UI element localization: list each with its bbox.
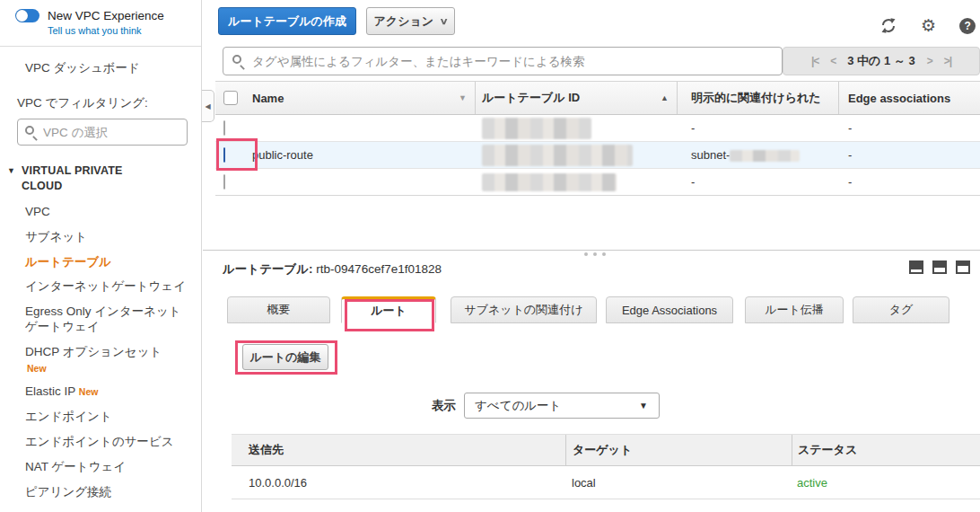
prev-page-button[interactable]: <: [830, 55, 836, 67]
status-badge: active: [792, 476, 980, 490]
sidebar-item-route-tables[interactable]: ルートテーブル: [25, 255, 191, 270]
filter-search-input[interactable]: [252, 48, 773, 75]
detail-title-value: rtb-09476cef7e1f01828: [316, 262, 442, 276]
chevron-down-icon: ▼: [7, 166, 15, 194]
column-header-status: ステータス: [792, 435, 980, 465]
cell-name: public-route: [249, 148, 476, 162]
sidebar-item-endpoint-services[interactable]: エンドポイントのサービス: [25, 435, 191, 450]
toolbar-icons: ⚙ ?: [879, 17, 976, 34]
view-filter-dropdown[interactable]: すべてのルート ▼: [464, 393, 660, 419]
tab-subnet-associations[interactable]: サブネットの関連付け: [451, 296, 597, 323]
vpc-select-input[interactable]: [43, 119, 182, 145]
cell-explicit: -: [678, 121, 839, 135]
sidebar-item-subnets[interactable]: サブネット: [25, 230, 191, 245]
collapse-icon: ◀: [205, 102, 210, 110]
actions-label: アクション: [374, 13, 434, 30]
redacted-route-table-id: [482, 173, 617, 191]
actions-button[interactable]: アクション ∨: [366, 7, 455, 35]
detail-title-label: ルートテーブル:: [223, 262, 313, 276]
panel-divider: [203, 250, 980, 251]
subnet-prefix: subnet-: [691, 148, 730, 162]
new-badge: New: [79, 386, 99, 397]
sidebar: New VPC Experience Tell us what you thin…: [0, 0, 202, 512]
column-header-explicit-association[interactable]: 明示的に関連付けられた: [678, 82, 839, 114]
table-row[interactable]: - -: [215, 169, 980, 196]
sidebar-section-title: VIRTUAL PRIVATE CLOUD: [22, 163, 156, 194]
refresh-icon[interactable]: [879, 17, 897, 34]
chevron-down-icon: ▼: [639, 401, 648, 410]
row-checkbox[interactable]: [223, 174, 225, 190]
redacted-subnet-id: [730, 150, 800, 162]
cell-edge: -: [839, 175, 980, 189]
sidebar-item-vpc-dashboard[interactable]: VPC ダッシュボード: [25, 60, 201, 76]
new-badge: New: [27, 363, 191, 375]
vpc-select-search[interactable]: [17, 119, 188, 146]
route-row[interactable]: 10.0.0.0/16 local active: [232, 466, 980, 499]
column-header-target: ターゲット: [565, 435, 792, 465]
column-header-edge-associations[interactable]: Edge associations: [839, 82, 980, 114]
sidebar-item-dhcp-option-sets[interactable]: DHCP オプションセット New: [25, 345, 191, 375]
sidebar-section-vpc[interactable]: ▼ VIRTUAL PRIVATE CLOUD: [7, 163, 201, 194]
layout-half-pane-icon[interactable]: [932, 260, 947, 274]
column-header-route-table-id[interactable]: ルートテーブル ID ▲: [476, 82, 678, 114]
table-row[interactable]: - -: [215, 115, 980, 142]
route-tables-table: Name ▼ ルートテーブル ID ▲ 明示的に関連付けられた Edge ass…: [215, 81, 980, 196]
gear-icon[interactable]: ⚙: [921, 17, 936, 34]
sidebar-item-egress-only-igw[interactable]: Egress Only インターネットゲートウェイ: [25, 305, 191, 335]
pane-layout-controls: [909, 260, 970, 274]
sidebar-item-vpc[interactable]: VPC: [25, 205, 191, 220]
redacted-route-table-id: [482, 118, 591, 139]
sidebar-list: VPC サブネット ルートテーブル インターネットゲートウェイ Egress O…: [0, 205, 201, 500]
table-row-selected[interactable]: public-route subnet- -: [215, 142, 980, 169]
edit-routes-button[interactable]: ルートの編集: [242, 344, 328, 370]
row-checkbox-checked[interactable]: [223, 147, 225, 163]
tab-summary[interactable]: 概要: [227, 296, 330, 323]
view-filter-value: すべてのルート: [475, 398, 561, 414]
feedback-link[interactable]: Tell us what you think: [48, 25, 201, 36]
cell-target: local: [565, 476, 792, 490]
layout-large-pane-icon[interactable]: [956, 260, 970, 274]
first-page-button[interactable]: |<: [811, 55, 818, 67]
column-header-destination: 送信先: [232, 435, 565, 465]
create-route-table-button[interactable]: ルートテーブルの作成: [218, 7, 356, 35]
sidebar-collapse-handle[interactable]: ◀: [202, 90, 214, 122]
sort-desc-icon: ▼: [459, 93, 467, 102]
sidebar-item-endpoints[interactable]: エンドポイント: [25, 410, 191, 425]
tab-route-propagation[interactable]: ルート伝播: [745, 296, 844, 323]
pagination-text: 3 中の 1 ～ 3: [847, 53, 914, 69]
toggle-knob: [16, 10, 28, 22]
search-icon: [232, 55, 241, 64]
pagination-bar: |< < 3 中の 1 ～ 3 > >|: [783, 47, 980, 75]
next-page-button[interactable]: >: [927, 55, 932, 67]
view-filter-label: 表示: [432, 393, 456, 419]
sidebar-item-elastic-ip[interactable]: Elastic IP New: [25, 384, 191, 400]
cell-edge: -: [839, 121, 980, 135]
sidebar-item-internet-gateways[interactable]: インターネットゲートウェイ: [25, 279, 191, 295]
new-vpc-experience-toggle[interactable]: [15, 9, 39, 22]
select-all-checkbox[interactable]: [223, 91, 238, 105]
chevron-down-icon: ∨: [440, 16, 449, 26]
row-checkbox[interactable]: [223, 120, 225, 136]
cell-destination: 10.0.0.0/16: [232, 476, 565, 490]
sidebar-item-label: DHCP オプションセット: [25, 345, 162, 358]
sidebar-divider: [0, 46, 201, 47]
sidebar-item-peering-connections[interactable]: ピアリング接続: [25, 485, 191, 500]
panel-drag-handle[interactable]: [584, 252, 606, 256]
tab-edge-associations[interactable]: Edge Associations: [606, 296, 733, 323]
search-icon: [25, 126, 34, 135]
cell-edge: -: [839, 148, 980, 162]
vpc-console-page: New VPC Experience Tell us what you thin…: [0, 0, 980, 512]
filter-search-bar[interactable]: [223, 47, 783, 75]
sidebar-item-nat-gateways[interactable]: NAT ゲートウェイ: [25, 460, 191, 475]
cell-explicit: subnet-: [678, 148, 839, 162]
layout-small-pane-icon[interactable]: [909, 260, 923, 274]
help-icon[interactable]: ?: [959, 18, 976, 34]
tab-routes[interactable]: ルート: [341, 296, 436, 323]
last-page-button[interactable]: >|: [944, 55, 951, 67]
sidebar-item-label: Elastic IP: [25, 384, 75, 398]
vpc-filter-label: VPC でフィルタリング:: [17, 95, 201, 111]
cell-explicit: -: [678, 175, 839, 189]
column-header-name[interactable]: Name ▼: [249, 82, 476, 114]
tab-tags[interactable]: タグ: [853, 296, 949, 323]
redacted-route-table-id: [482, 145, 633, 166]
